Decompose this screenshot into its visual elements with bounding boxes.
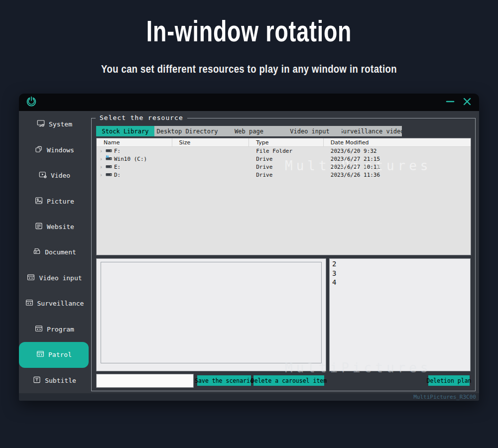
- file-type: Drive: [249, 155, 324, 163]
- expand-chevron-icon[interactable]: ›: [99, 148, 104, 154]
- carousel-list-item[interactable]: 4: [332, 278, 468, 287]
- select-resource-group: Select the resource Stock Library Deskto…: [91, 118, 476, 391]
- file-date-modified: 2023/6/26 11:36: [324, 171, 471, 179]
- sidebar-item-windows[interactable]: Windows: [19, 137, 90, 162]
- expand-chevron-icon[interactable]: ›: [99, 164, 104, 170]
- table-row[interactable]: › D: Drive 2023/6/26 11:36: [97, 171, 471, 179]
- table-row[interactable]: › E: Drive 2023/6/27 10:11: [97, 163, 471, 171]
- page-title: In-window rotation: [50, 14, 448, 48]
- sidebar-item-subtitle[interactable]: Subtitle: [19, 368, 90, 393]
- sidebar-item-label: Video input: [39, 274, 82, 282]
- resource-tabs: Stock Library Desktop Directory Web page…: [96, 126, 402, 136]
- group-legend: Select the resource: [96, 114, 187, 121]
- column-header-name[interactable]: Name: [97, 138, 172, 146]
- sidebar-item-video-input[interactable]: Video input: [19, 265, 90, 291]
- close-icon: [462, 97, 472, 109]
- picture-icon: [34, 196, 43, 207]
- sidebar-item-label: Surveillance: [37, 300, 84, 307]
- power-icon: [25, 96, 37, 110]
- video-icon: [38, 170, 47, 181]
- sidebar-item-label: System: [49, 120, 72, 128]
- file-table-header: Name Size Type Date Modified: [97, 138, 471, 147]
- sidebar-item-video[interactable]: Video: [19, 163, 90, 188]
- file-name: F:: [114, 148, 121, 154]
- sidebar-item-surveillance[interactable]: Surveillance: [19, 291, 90, 316]
- file-type: Drive: [249, 171, 324, 179]
- sidebar-item-document[interactable]: Document: [19, 239, 90, 265]
- sidebar-item-label: Video: [51, 172, 70, 179]
- sidebar-item-label: Subtitle: [45, 377, 76, 384]
- titlebar: [19, 94, 479, 111]
- drive-icon: [106, 164, 112, 170]
- surveillance-icon: [25, 298, 34, 309]
- file-date-modified: 2023/6/27 21:15: [324, 155, 471, 163]
- preview-panel-inner: [101, 262, 322, 363]
- subtitle-icon: [32, 375, 41, 386]
- file-name: D:: [114, 172, 121, 178]
- drive-icon: [106, 172, 112, 178]
- minimize-button[interactable]: [444, 97, 456, 109]
- file-size: [172, 171, 249, 179]
- sidebar-item-label: Program: [47, 326, 74, 333]
- file-size: [172, 163, 249, 171]
- file-date-modified: 2023/6/27 10:11: [324, 163, 471, 171]
- preview-panel: [96, 258, 326, 371]
- sidebar: System Windows Video: [19, 111, 90, 393]
- windows-icon: [34, 145, 43, 155]
- tab-video-input[interactable]: Video input: [278, 126, 342, 136]
- minimize-icon: [445, 97, 455, 109]
- carousel-list-item[interactable]: 2: [332, 259, 468, 269]
- tab-desktop-directory[interactable]: Desktop Directory: [154, 126, 220, 136]
- sidebar-item-label: Website: [47, 223, 74, 230]
- system-monitor-icon: [36, 119, 45, 129]
- sidebar-item-picture[interactable]: Picture: [19, 188, 90, 214]
- file-size: [172, 147, 249, 155]
- scenario-name-input[interactable]: [96, 374, 194, 388]
- file-type: Drive: [249, 163, 324, 171]
- file-type: File Folder: [249, 147, 324, 155]
- drive-icon: [106, 148, 112, 154]
- sidebar-item-label: Document: [45, 248, 76, 256]
- carousel-list: 2 3 4: [329, 258, 471, 371]
- table-row[interactable]: › F: File Folder 2023/6/20 9:32: [97, 147, 471, 155]
- expand-chevron-icon[interactable]: ›: [99, 172, 104, 178]
- table-row[interactable]: › Win10 (C:) Drive 2023/6/27 21:15: [97, 155, 471, 163]
- column-header-date-modified[interactable]: Date Modified: [324, 138, 471, 146]
- website-icon: [34, 222, 43, 232]
- tab-stock-library[interactable]: Stock Library: [96, 126, 154, 136]
- page-subtitle: You can set different resources to play …: [40, 63, 458, 76]
- close-button[interactable]: [461, 97, 473, 109]
- save-scenario-button[interactable]: Save the scenario: [197, 375, 251, 386]
- delete-carousel-item-button[interactable]: Delete a carousel item: [253, 375, 324, 386]
- document-icon: [32, 247, 41, 257]
- sidebar-item-program[interactable]: Program: [19, 317, 90, 342]
- sidebar-item-label: Windows: [47, 146, 74, 154]
- patrol-icon: [36, 349, 45, 360]
- window-body: System Windows Video: [19, 111, 479, 393]
- file-table: Name Size Type Date Modified › F: File F…: [96, 138, 471, 255]
- column-header-size[interactable]: Size: [172, 138, 249, 146]
- carousel-list-item[interactable]: 3: [332, 269, 468, 278]
- tab-web-page[interactable]: Web page: [220, 126, 278, 136]
- power-button[interactable]: [25, 96, 38, 109]
- file-name: Win10 (C:): [114, 156, 147, 162]
- statusbar: MultiPictures_R3C00: [19, 393, 479, 401]
- file-date-modified: 2023/6/20 9:32: [324, 147, 471, 155]
- file-size: [172, 155, 249, 163]
- version-label: MultiPictures_R3C00: [413, 394, 476, 400]
- sidebar-item-system[interactable]: System: [19, 112, 90, 137]
- sidebar-item-label: Patrol: [48, 351, 72, 358]
- expand-chevron-icon[interactable]: ›: [99, 156, 104, 162]
- column-header-type[interactable]: Type: [249, 138, 324, 146]
- program-icon: [34, 324, 43, 335]
- app-window: System Windows Video: [19, 94, 479, 401]
- sidebar-item-patrol[interactable]: Patrol: [19, 342, 89, 367]
- file-name: E:: [114, 164, 121, 170]
- windows-drive-icon: [106, 155, 112, 162]
- sidebar-item-label: Picture: [47, 198, 74, 205]
- deletion-plan-button[interactable]: Deletion plan: [428, 375, 470, 386]
- sidebar-item-website[interactable]: Website: [19, 214, 90, 239]
- video-input-icon: [26, 273, 35, 283]
- tab-surveillance-video[interactable]: Surveillance video: [342, 126, 402, 136]
